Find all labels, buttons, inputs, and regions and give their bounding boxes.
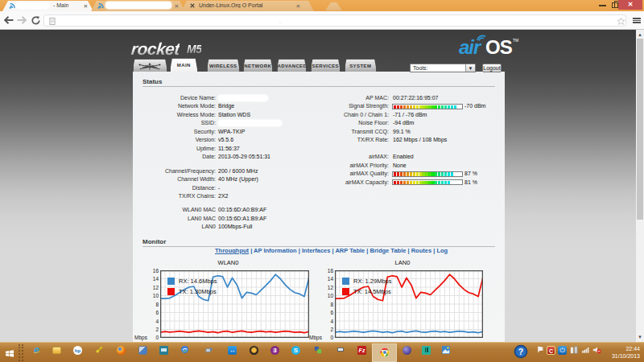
svg-text:?: ? bbox=[518, 347, 523, 356]
